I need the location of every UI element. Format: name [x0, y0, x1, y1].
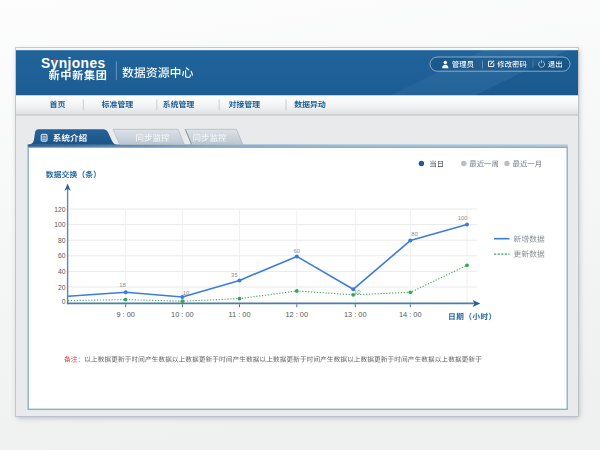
svg-text:0: 0: [62, 298, 66, 305]
svg-text:10: 10: [183, 290, 190, 296]
svg-text:14 : 00: 14 : 00: [399, 310, 422, 319]
svg-text:80: 80: [58, 237, 66, 244]
svg-text:11 : 00: 11 : 00: [228, 310, 250, 319]
svg-text:10: 10: [354, 289, 361, 295]
svg-text:100: 100: [458, 215, 469, 221]
svg-text:120: 120: [54, 206, 66, 213]
svg-text:40: 40: [58, 268, 66, 275]
svg-text:13 : 00: 13 : 00: [344, 310, 367, 319]
svg-text:9 : 00: 9 : 00: [116, 310, 135, 319]
svg-text:10 : 00: 10 : 00: [171, 310, 194, 319]
svg-text:18: 18: [119, 282, 126, 288]
svg-text:12 : 00: 12 : 00: [285, 310, 308, 319]
svg-text:Synjones: Synjones: [41, 56, 106, 71]
svg-text:35: 35: [231, 272, 238, 278]
svg-text:20: 20: [58, 284, 66, 291]
svg-text:60: 60: [294, 248, 301, 254]
svg-text:80: 80: [411, 231, 418, 237]
svg-text:100: 100: [54, 221, 66, 228]
svg-text:60: 60: [58, 252, 66, 259]
